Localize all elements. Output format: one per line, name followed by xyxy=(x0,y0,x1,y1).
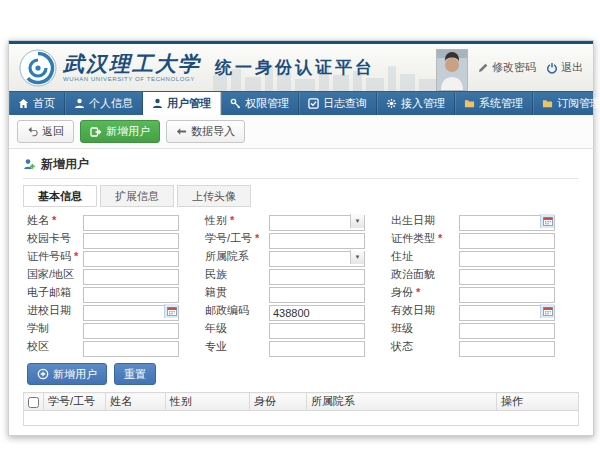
id-number-input[interactable] xyxy=(83,251,179,267)
person-icon xyxy=(74,98,85,109)
field-label: 班级 xyxy=(391,321,459,336)
chevron-down-icon[interactable]: ▼ xyxy=(350,250,364,264)
field-label: 民族 xyxy=(205,267,269,282)
nav-label: 用户管理 xyxy=(167,96,211,111)
nav-label: 日志查询 xyxy=(323,96,367,111)
person-plus-icon xyxy=(23,158,36,171)
log-check-icon xyxy=(308,98,319,109)
form-cell: 邮政编码 xyxy=(205,302,365,319)
field-label: 出生日期 xyxy=(391,213,459,228)
table-header-row: 学号/工号 姓名 性别 身份 所属院系 操作 xyxy=(24,393,579,411)
form-cell: 住址 xyxy=(391,248,555,265)
nav-tab-home[interactable]: 首页 xyxy=(9,92,65,115)
col-identity: 身份 xyxy=(250,393,307,411)
form-cell: 姓名 xyxy=(27,212,179,229)
student-id-input[interactable] xyxy=(269,233,365,249)
status-input[interactable] xyxy=(459,341,555,357)
form-cell: 班级 xyxy=(391,320,555,337)
postal-code-input[interactable] xyxy=(269,305,365,321)
identity-input[interactable] xyxy=(459,287,555,303)
field-label: 籍贯 xyxy=(205,285,269,300)
nav-tab-user-management[interactable]: 用户管理 xyxy=(143,92,221,115)
field-label: 住址 xyxy=(391,249,459,264)
back-button[interactable]: 返回 xyxy=(17,120,74,143)
field-label: 性别 xyxy=(205,213,269,228)
person-icon xyxy=(152,98,163,109)
field-label: 校园卡号 xyxy=(27,231,83,246)
chevron-down-icon[interactable]: ▼ xyxy=(350,214,364,228)
field-label: 姓名 xyxy=(27,213,83,228)
field-label: 年级 xyxy=(205,321,269,336)
field-label: 政治面貌 xyxy=(391,267,459,282)
new-user-form: 姓名 性别 ▼ 出生日期 校园卡号 学号/工号 xyxy=(27,212,579,355)
nav-tab-permission-management[interactable]: 权限管理 xyxy=(221,92,299,115)
change-password-label: 修改密码 xyxy=(492,60,536,75)
political-status-input[interactable] xyxy=(459,269,555,285)
change-password-link[interactable]: 修改密码 xyxy=(478,60,536,75)
toolbar: 返回 新增用户 数据导入 xyxy=(9,115,593,149)
native-place-input[interactable] xyxy=(269,287,365,303)
form-tabs: 基本信息 扩展信息 上传头像 xyxy=(23,185,579,207)
form-cell: 民族 xyxy=(205,266,365,283)
data-import-button[interactable]: 数据导入 xyxy=(166,120,245,143)
calendar-icon[interactable] xyxy=(540,304,554,318)
col-gender: 性别 xyxy=(166,393,250,411)
reset-button[interactable]: 重置 xyxy=(114,363,156,385)
submit-add-user-button[interactable]: 新增用户 xyxy=(27,363,107,385)
field-label: 邮政编码 xyxy=(205,303,269,318)
form-cell: 身份 xyxy=(391,284,555,301)
page: 武汉理工大学 WUHAN UNIVERSITY OF TECHNOLOGY 统一… xyxy=(0,0,600,450)
home-icon xyxy=(18,98,29,109)
id-type-input[interactable] xyxy=(459,233,555,249)
nav-tab-log-query[interactable]: 日志查询 xyxy=(299,92,377,115)
campus-card-input[interactable] xyxy=(83,233,179,249)
main-nav: 首页 个人信息 用户管理 权限管理 日志查询 接入管理 xyxy=(9,91,593,115)
university-logo xyxy=(19,49,57,87)
col-name: 姓名 xyxy=(106,393,166,411)
form-cell: 证件类型 xyxy=(391,230,555,247)
name-input[interactable] xyxy=(83,215,179,231)
major-input[interactable] xyxy=(269,341,365,357)
toolbar-add-user-button[interactable]: 新增用户 xyxy=(80,120,160,143)
education-length-input[interactable] xyxy=(83,323,179,339)
calendar-icon[interactable] xyxy=(540,214,554,228)
logout-label: 退出 xyxy=(561,60,583,75)
tab-basic-info[interactable]: 基本信息 xyxy=(23,185,97,207)
app-window: 武汉理工大学 WUHAN UNIVERSITY OF TECHNOLOGY 统一… xyxy=(8,40,594,436)
data-import-label: 数据导入 xyxy=(191,124,235,139)
form-cell: 学号/工号 xyxy=(205,230,365,247)
ethnicity-input[interactable] xyxy=(269,269,365,285)
nav-tab-subscription-management[interactable]: 订阅管理 xyxy=(533,92,600,115)
form-cell: 年级 xyxy=(205,320,365,337)
field-label: 学号/工号 xyxy=(205,231,269,246)
submit-label: 新增用户 xyxy=(53,367,97,382)
select-all-cell xyxy=(24,393,44,411)
campus-input[interactable] xyxy=(83,341,179,357)
class-input[interactable] xyxy=(459,323,555,339)
field-label: 学制 xyxy=(27,321,83,336)
select-all-checkbox[interactable] xyxy=(28,397,39,408)
grade-input[interactable] xyxy=(269,323,365,339)
field-label: 专业 xyxy=(205,339,269,354)
form-cell: 电子邮箱 xyxy=(27,284,179,301)
address-input[interactable] xyxy=(459,251,555,267)
calendar-icon[interactable] xyxy=(164,304,178,318)
tab-upload-avatar[interactable]: 上传头像 xyxy=(177,185,251,207)
tab-extended-info[interactable]: 扩展信息 xyxy=(100,185,174,207)
form-cell: 籍贯 xyxy=(205,284,365,301)
university-name-en: WUHAN UNIVERSITY OF TECHNOLOGY xyxy=(63,76,201,82)
nav-tab-access-management[interactable]: 接入管理 xyxy=(377,92,455,115)
country-region-input[interactable] xyxy=(83,269,179,285)
form-cell: 有效日期 xyxy=(391,302,555,319)
form-cell: 状态 xyxy=(391,338,555,355)
field-label: 电子邮箱 xyxy=(27,285,83,300)
logout-link[interactable]: 退出 xyxy=(546,60,583,75)
nav-tab-system-management[interactable]: 系统管理 xyxy=(455,92,533,115)
avatar xyxy=(436,49,468,91)
university-name-block: 武汉理工大学 WUHAN UNIVERSITY OF TECHNOLOGY xyxy=(63,53,201,82)
nav-label: 个人信息 xyxy=(89,96,133,111)
field-label: 所属院系 xyxy=(205,249,269,264)
email-input[interactable] xyxy=(83,287,179,303)
col-student-id: 学号/工号 xyxy=(44,393,106,411)
nav-tab-personal-info[interactable]: 个人信息 xyxy=(65,92,143,115)
